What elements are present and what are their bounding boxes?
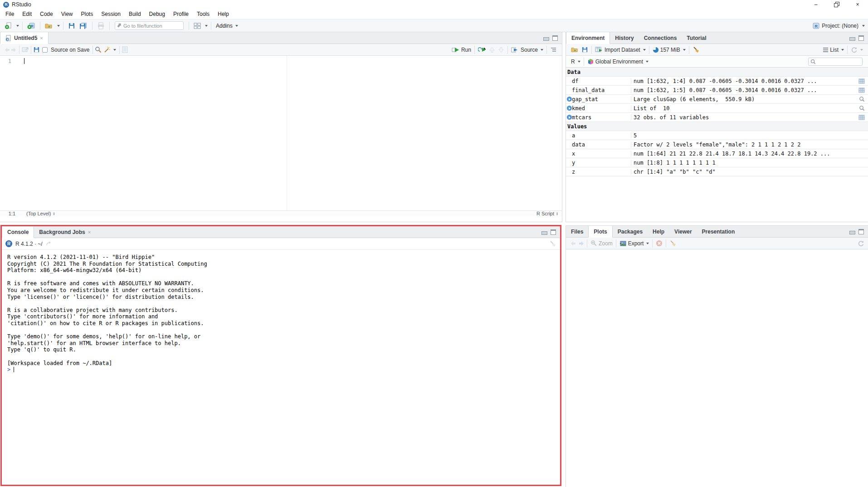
open-recent-dropdown[interactable] — [57, 25, 60, 27]
remove-plot-button[interactable] — [654, 239, 664, 248]
maximize-source-pane-button[interactable] — [552, 35, 558, 41]
language-selector[interactable]: R — [570, 58, 582, 66]
tab-close-icon[interactable]: × — [88, 229, 91, 235]
clear-all-plots-button[interactable] — [668, 239, 678, 248]
code-editor[interactable]: 1 — [0, 56, 562, 210]
env-row-y[interactable]: y num [1:8] 1 1 1 1 1 1 1 1 — [566, 158, 868, 167]
code-tools-button[interactable] — [102, 45, 117, 54]
menu-help[interactable]: Help — [214, 10, 233, 19]
env-row-mtcars[interactable]: mtcars 32 obs. of 11 variables — [566, 113, 868, 122]
tab-console[interactable]: Console — [2, 226, 34, 238]
go-prev-section-button[interactable] — [488, 46, 497, 54]
project-selector[interactable]: R Project: (None) — [813, 23, 865, 29]
minimize-environment-pane-button[interactable] — [849, 37, 855, 41]
maximize-console-pane-button[interactable] — [551, 229, 556, 235]
previous-plot-icon[interactable] — [570, 240, 576, 247]
scope-selector[interactable]: (Top Level) ▲▼ — [26, 211, 55, 216]
compile-report-icon[interactable] — [122, 46, 128, 53]
console-prompt-line[interactable]: > — [2, 366, 560, 373]
menu-file[interactable]: File — [1, 10, 18, 19]
new-file-dropdown[interactable] — [16, 25, 19, 27]
list-view-button[interactable]: List — [821, 46, 845, 54]
tab-untitled5[interactable]: R Untitled5 × — [0, 32, 49, 44]
goto-file-input[interactable] — [123, 23, 177, 29]
file-type-selector[interactable]: R Script ▲▼ — [536, 211, 558, 216]
env-row-gap-stat[interactable]: gap_stat Large clusGap (6 elements, 550.… — [566, 95, 868, 104]
tab-presentation[interactable]: Presentation — [697, 226, 740, 237]
minimize-source-pane-button[interactable] — [543, 37, 549, 41]
forward-icon[interactable] — [10, 47, 17, 53]
view-table-icon[interactable] — [858, 78, 865, 84]
tab-plots[interactable]: Plots — [588, 226, 612, 238]
tab-files[interactable]: Files — [566, 226, 588, 237]
env-row-x[interactable]: x num [1:64] 21 21 22.8 21.4 18.7 18.1 1… — [566, 149, 868, 158]
maximize-environment-pane-button[interactable] — [858, 35, 864, 41]
expand-arrow-icon[interactable] — [567, 115, 572, 120]
load-workspace-button[interactable] — [570, 45, 580, 54]
menu-plots[interactable]: Plots — [77, 10, 98, 19]
save-all-button[interactable] — [78, 21, 89, 30]
clear-console-broom-icon[interactable] — [549, 240, 556, 247]
addins-button[interactable]: Addins — [215, 22, 239, 30]
tab-help[interactable]: Help — [648, 226, 669, 237]
menu-view[interactable]: View — [57, 10, 77, 19]
menu-code[interactable]: Code — [36, 10, 57, 19]
menu-debug[interactable]: Debug — [145, 10, 169, 19]
tab-viewer[interactable]: Viewer — [669, 226, 697, 237]
source-on-save-checkbox[interactable] — [42, 47, 48, 53]
env-row-df[interactable]: df num [1:632, 1:4] 0.087 -0.0605 -0.301… — [566, 77, 868, 86]
memory-usage-button[interactable]: 157 MiB — [651, 46, 687, 54]
panes-dropdown[interactable] — [205, 25, 208, 27]
inspect-icon[interactable] — [859, 96, 865, 102]
find-replace-icon[interactable] — [95, 46, 102, 53]
expand-arrow-icon[interactable] — [567, 106, 572, 111]
import-dataset-button[interactable]: Import Dataset — [594, 45, 647, 54]
new-project-button[interactable]: R — [26, 21, 37, 30]
window-close-button[interactable]: × — [847, 0, 868, 9]
minimize-plots-pane-button[interactable] — [849, 231, 855, 234]
tab-tutorial[interactable]: Tutorial — [682, 32, 711, 44]
environment-search[interactable] — [808, 58, 863, 66]
env-row-final-data[interactable]: final_data num [1:632, 1:5] 0.087 -0.060… — [566, 86, 868, 95]
workspace-panes-button[interactable] — [192, 21, 202, 30]
env-row-kmed[interactable]: kmed List of 10 — [566, 104, 868, 113]
tab-background-jobs[interactable]: Background Jobs × — [34, 226, 96, 238]
save-icon[interactable] — [33, 46, 40, 53]
print-button[interactable] — [96, 21, 106, 30]
menu-tools[interactable]: Tools — [193, 10, 214, 19]
goto-file-search[interactable] — [115, 21, 184, 30]
menu-edit[interactable]: Edit — [18, 10, 36, 19]
view-table-icon[interactable] — [858, 115, 865, 120]
tab-history[interactable]: History — [610, 32, 639, 44]
clear-environment-button[interactable] — [691, 45, 701, 54]
next-plot-icon[interactable] — [578, 240, 585, 247]
console-output[interactable]: R version 4.1.2 (2021-11-01) -- "Bird Hi… — [2, 250, 560, 373]
menu-profile[interactable]: Profile — [169, 10, 193, 19]
save-workspace-button[interactable] — [580, 45, 590, 54]
source-on-save-toggle[interactable]: Source on Save — [41, 46, 91, 54]
refresh-environment-button[interactable] — [849, 46, 864, 54]
maximize-plots-pane-button[interactable] — [858, 229, 864, 234]
view-table-icon[interactable] — [858, 88, 865, 93]
environment-scope-selector[interactable]: Global Environment — [586, 58, 650, 66]
tab-packages[interactable]: Packages — [613, 226, 648, 237]
expand-arrow-icon[interactable] — [567, 97, 572, 102]
run-button[interactable]: Run — [450, 46, 473, 54]
minimize-console-pane-button[interactable] — [541, 231, 547, 235]
menu-build[interactable]: Build — [125, 10, 145, 19]
tab-close-icon[interactable]: × — [40, 35, 43, 41]
window-minimize-button[interactable]: – — [805, 0, 826, 9]
tab-environment[interactable]: Environment — [566, 32, 610, 44]
environment-search-input[interactable] — [816, 58, 859, 65]
env-row-data[interactable]: data Factor w/ 2 levels "female","male":… — [566, 140, 868, 149]
env-row-a[interactable]: a 5 — [566, 131, 868, 140]
go-next-section-button[interactable] — [497, 46, 506, 54]
inspect-icon[interactable] — [859, 105, 865, 111]
save-button[interactable] — [67, 21, 77, 30]
document-outline-button[interactable] — [549, 46, 558, 54]
back-icon[interactable] — [4, 47, 10, 53]
refresh-plot-icon[interactable] — [858, 240, 864, 247]
export-plot-button[interactable]: Export — [618, 239, 651, 248]
window-restore-button[interactable] — [826, 0, 847, 9]
rerun-button[interactable] — [477, 46, 488, 54]
